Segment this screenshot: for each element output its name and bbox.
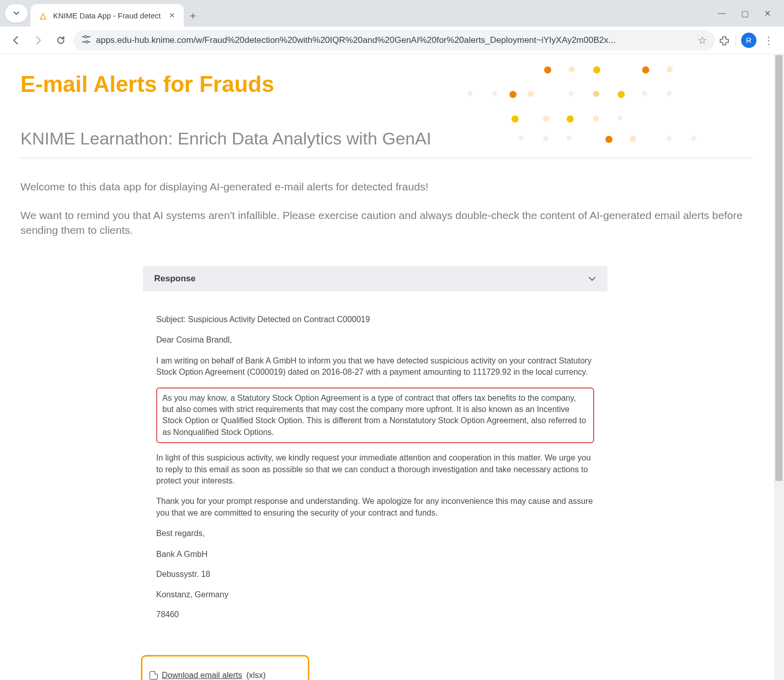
favicon-icon: △	[38, 10, 48, 20]
email-paragraph-1: I am writing on behalf of Bank A GmbH to…	[156, 355, 594, 378]
email-body: Subject: Suspicious Activity Detected on…	[143, 292, 607, 635]
browser-tab-strip: △ KNIME Data App - Fraud detect ✕ ＋ — ▢ …	[0, 0, 784, 27]
decorative-dot-grid	[437, 59, 753, 161]
extensions-icon[interactable]	[718, 34, 730, 46]
intro-paragraph-1: Welcome to this data app for displaying …	[20, 180, 753, 194]
reload-button[interactable]	[51, 31, 70, 50]
toolbar-separator	[736, 35, 736, 46]
bookmark-star-icon[interactable]: ☆	[698, 34, 707, 46]
chevron-down-icon	[13, 11, 19, 15]
download-link[interactable]: Download email alerts	[162, 671, 242, 680]
highlighted-paragraph: As you may know, a Statutory Stock Optio…	[156, 387, 594, 444]
tab-search-dropdown[interactable]	[5, 4, 28, 22]
back-button[interactable]	[6, 31, 26, 50]
email-paragraph-3: In light of this suspicious activity, we…	[156, 452, 594, 487]
svg-point-4	[85, 35, 87, 37]
response-panel-header[interactable]: Response	[143, 266, 607, 292]
download-extension: (xlsx)	[246, 671, 265, 680]
email-greeting: Dear Cosima Brandl,	[156, 334, 594, 346]
signature-zip: 78460	[156, 609, 594, 620]
minimize-window-icon[interactable]: —	[718, 9, 726, 18]
new-tab-button[interactable]: ＋	[184, 6, 202, 25]
chevron-down-icon	[588, 275, 596, 283]
signature-company: Bank A GmbH	[156, 549, 594, 560]
response-panel: Response Subject: Suspicious Activity De…	[143, 266, 607, 635]
site-settings-icon[interactable]	[82, 35, 91, 45]
email-paragraph-4: Thank you for your prompt response and u…	[156, 496, 594, 519]
maximize-window-icon[interactable]: ▢	[741, 9, 749, 18]
tab-title: KNIME Data App - Fraud detect	[53, 11, 162, 20]
email-paragraph-2: As you may know, a Statutory Stock Optio…	[162, 394, 586, 436]
intro-paragraph-2: We want to remind you that AI systems ar…	[20, 208, 753, 237]
reload-icon	[56, 35, 66, 45]
vertical-scrollbar-thumb[interactable]	[775, 55, 782, 481]
file-icon	[150, 671, 158, 679]
profile-avatar[interactable]: R	[741, 33, 756, 48]
signature-city: Konstanz, Germany	[156, 589, 594, 600]
chrome-menu-icon[interactable]: ⋮	[760, 34, 778, 46]
arrow-right-icon	[33, 35, 43, 45]
email-closing: Best regards,	[156, 528, 594, 539]
signature-street: Debussystr. 18	[156, 569, 594, 580]
address-bar[interactable]: apps.edu-hub.knime.com/w/Fraud%20detecti…	[74, 30, 715, 51]
forward-button[interactable]	[29, 31, 48, 50]
browser-toolbar: apps.edu-hub.knime.com/w/Fraud%20detecti…	[0, 27, 784, 54]
download-callout: Download email alerts (xlsx)	[141, 655, 309, 680]
vertical-scrollbar-track[interactable]	[774, 54, 784, 680]
browser-tab-active[interactable]: △ KNIME Data App - Fraud detect ✕	[31, 4, 184, 27]
page-viewport: E-mail Alerts for Frauds KNIME Learnatho…	[0, 54, 784, 680]
arrow-left-icon	[11, 35, 21, 45]
svg-point-5	[86, 40, 88, 42]
close-tab-icon[interactable]: ✕	[167, 11, 177, 20]
url-text: apps.edu-hub.knime.com/w/Fraud%20detecti…	[96, 35, 693, 45]
close-window-icon[interactable]: ✕	[764, 9, 771, 18]
email-subject: Subject: Suspicious Activity Detected on…	[156, 314, 594, 325]
response-header-label: Response	[154, 274, 195, 284]
